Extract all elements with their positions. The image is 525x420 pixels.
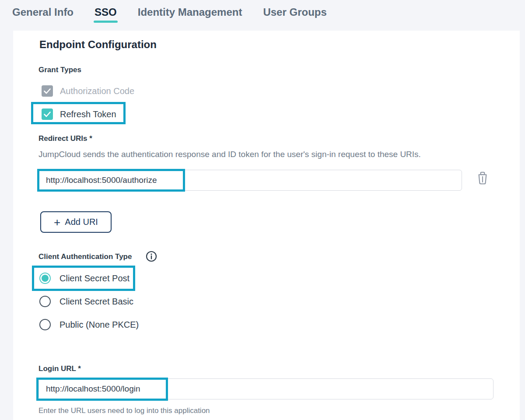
public-none-pkce-radio[interactable] [39,319,51,330]
radio-row-public-none-pkce[interactable]: Public (None PKCE) [39,319,139,330]
login-url-help-text: Enter the URL users need to log into thi… [38,406,210,415]
tab-label: SSO [94,6,117,18]
tab-label: User Groups [263,6,326,18]
client-secret-post-radio[interactable] [39,273,51,284]
sso-configuration-screen: General Info SSO Identity Management Use… [0,0,525,420]
client-auth-info-button[interactable] [146,251,157,264]
tab-label: Identity Management [138,6,242,18]
info-icon [146,251,157,262]
radio-label: Public (None PKCE) [60,320,139,330]
tab-identity-management[interactable]: Identity Management [138,5,242,23]
radio-row-client-secret-basic[interactable]: Client Secret Basic [39,296,133,307]
checkbox-label: Refresh Token [60,109,116,119]
authorization-code-checkbox [42,85,53,97]
redirect-uri-input[interactable] [38,170,462,191]
add-uri-button-label: Add URI [65,217,98,227]
login-url-label: Login URL * [38,364,81,373]
login-url-input[interactable] [38,378,494,399]
redirect-uris-description: JumpCloud sends the authentication respo… [38,150,421,159]
plus-icon: + [54,218,60,227]
radio-row-client-secret-post[interactable]: Client Secret Post [39,273,130,284]
checkmark-icon [44,112,51,117]
grant-types-label: Grant Types [38,66,81,74]
client-secret-basic-radio[interactable] [39,296,51,307]
radio-label: Client Secret Basic [60,297,133,307]
radio-dot [42,275,49,282]
checkmark-icon [44,88,51,94]
content-card: Endpoint Configuration Grant Types Autho… [13,31,520,420]
radio-label: Client Secret Post [60,273,130,284]
checkbox-label: Authorization Code [60,86,134,96]
tab-general-info[interactable]: General Info [12,5,74,23]
checkbox-row-refresh-token[interactable]: Refresh Token [42,108,116,120]
client-auth-type-label: Client Authentication Type [38,252,132,261]
refresh-token-checkbox[interactable] [42,108,53,120]
tab-bar: General Info SSO Identity Management Use… [0,0,525,31]
tab-sso[interactable]: SSO [94,5,117,23]
page-title: Endpoint Configuration [39,38,157,51]
add-uri-button[interactable]: + Add URI [40,211,112,233]
checkbox-row-authorization-code: Authorization Code [42,85,134,97]
redirect-uris-label: Redirect URIs * [38,134,92,143]
trash-icon [477,172,488,185]
tab-label: General Info [12,6,74,18]
delete-uri-button[interactable] [477,172,488,186]
active-tab-underline [94,21,118,23]
tab-user-groups[interactable]: User Groups [263,5,326,23]
